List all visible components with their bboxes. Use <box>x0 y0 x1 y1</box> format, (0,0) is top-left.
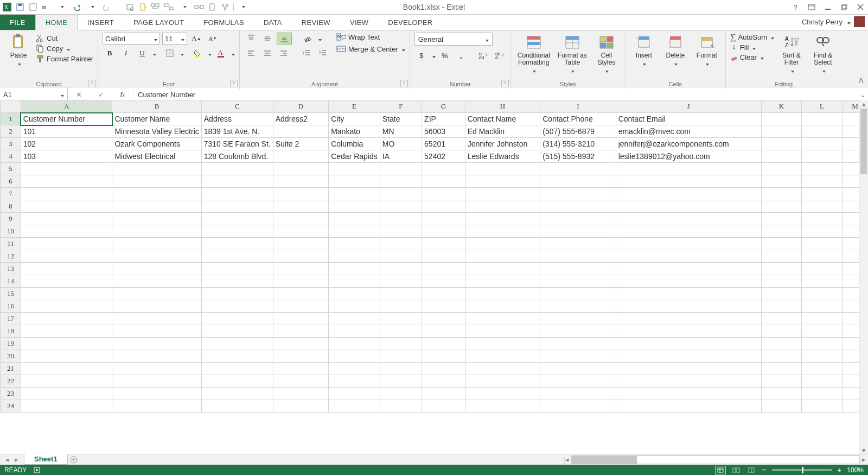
align-center-icon[interactable] <box>260 48 275 59</box>
cell[interactable]: MN <box>380 125 422 138</box>
cell[interactable]: Address2 <box>273 113 328 125</box>
cell[interactable] <box>380 200 422 213</box>
cell[interactable] <box>380 188 422 200</box>
cell[interactable] <box>422 275 465 288</box>
column-header[interactable]: C <box>201 100 273 113</box>
cell[interactable] <box>112 313 201 325</box>
new-sheet-button[interactable] <box>68 455 80 465</box>
cell[interactable] <box>112 238 201 250</box>
cell[interactable] <box>380 263 422 275</box>
cell[interactable] <box>273 375 328 388</box>
column-header[interactable]: K <box>761 100 802 113</box>
cell[interactable] <box>616 213 761 225</box>
fill-button[interactable]: Fill <box>730 43 774 52</box>
cell[interactable] <box>112 325 201 338</box>
cell[interactable] <box>273 300 328 313</box>
row-header[interactable]: 19 <box>1 338 21 350</box>
cell[interactable] <box>761 138 802 150</box>
page-layout-view-icon[interactable] <box>731 466 741 474</box>
cell[interactable] <box>465 313 540 325</box>
cell[interactable] <box>465 388 540 400</box>
row-header[interactable]: 20 <box>1 350 21 363</box>
insert-cells-button[interactable]: Insert <box>630 33 658 68</box>
cell[interactable]: City <box>329 113 380 125</box>
cell[interactable] <box>273 275 328 288</box>
cell[interactable] <box>422 238 465 250</box>
insert-function-icon[interactable]: fx <box>120 91 125 99</box>
cell[interactable] <box>616 288 761 300</box>
cell[interactable] <box>380 388 422 400</box>
horizontal-scrollbar[interactable] <box>571 455 860 464</box>
cell[interactable] <box>422 263 465 275</box>
column-header[interactable]: L <box>802 100 843 113</box>
cell[interactable] <box>761 275 802 288</box>
cell[interactable] <box>616 188 761 200</box>
tab-developer[interactable]: DEVELOPER <box>378 15 442 30</box>
cell[interactable] <box>201 388 273 400</box>
cell[interactable]: Contact Name <box>465 113 540 125</box>
find-select-button[interactable]: Find & Select <box>809 33 837 75</box>
cell[interactable] <box>21 313 112 325</box>
vertical-scrollbar[interactable]: ▴ ▾ <box>859 100 868 454</box>
cell[interactable] <box>802 138 843 150</box>
cell[interactable] <box>21 188 112 200</box>
cell[interactable] <box>422 175 465 188</box>
cell[interactable] <box>540 175 616 188</box>
cell[interactable] <box>422 388 465 400</box>
autosum-button[interactable]: ∑AutoSum <box>730 33 774 42</box>
cell[interactable] <box>802 188 843 200</box>
row-header[interactable]: 12 <box>1 250 21 263</box>
row-header[interactable]: 6 <box>1 175 21 188</box>
cell[interactable]: Columbia <box>329 138 380 150</box>
cell[interactable] <box>273 400 328 413</box>
tab-review[interactable]: REVIEW <box>292 15 340 30</box>
cell[interactable] <box>201 275 273 288</box>
cell[interactable] <box>540 275 616 288</box>
row-header[interactable]: 13 <box>1 263 21 275</box>
normal-view-icon[interactable] <box>715 466 726 474</box>
cell[interactable] <box>329 263 380 275</box>
save-icon[interactable] <box>15 2 25 12</box>
cell[interactable] <box>112 388 201 400</box>
cell[interactable] <box>273 238 328 250</box>
cell[interactable] <box>465 275 540 288</box>
cell[interactable] <box>201 250 273 263</box>
cell[interactable] <box>465 338 540 350</box>
cell[interactable] <box>201 175 273 188</box>
cell[interactable] <box>802 213 843 225</box>
cell[interactable] <box>21 200 112 213</box>
cell[interactable] <box>112 188 201 200</box>
cell[interactable] <box>422 338 465 350</box>
column-header[interactable]: F <box>380 100 422 113</box>
cell[interactable] <box>802 375 843 388</box>
row-header[interactable]: 11 <box>1 238 21 250</box>
cell[interactable] <box>540 300 616 313</box>
cell[interactable] <box>802 113 843 125</box>
cell[interactable] <box>21 300 112 313</box>
format-painter-button[interactable]: Format Painter <box>36 54 93 63</box>
redo-icon[interactable] <box>102 2 112 12</box>
cell[interactable] <box>540 213 616 225</box>
cell[interactable]: 1839 1st Ave. N. <box>201 125 273 138</box>
cell[interactable]: 103 <box>21 150 112 163</box>
cell[interactable] <box>465 225 540 238</box>
row-header[interactable]: 3 <box>1 138 21 150</box>
cell[interactable] <box>380 300 422 313</box>
cell[interactable]: Leslie Edwards <box>465 150 540 163</box>
alignment-dialog-launcher-icon[interactable]: ↘ <box>400 80 408 87</box>
cell[interactable] <box>422 163 465 175</box>
zoom-out-icon[interactable]: − <box>762 465 767 475</box>
cell[interactable] <box>380 225 422 238</box>
cell[interactable] <box>540 313 616 325</box>
accounting-dropdown[interactable] <box>431 52 436 60</box>
cell[interactable] <box>802 225 843 238</box>
cell[interactable] <box>112 175 201 188</box>
formula-cancel-icon[interactable]: ✕ <box>76 91 82 99</box>
cell[interactable] <box>465 213 540 225</box>
column-header[interactable]: H <box>465 100 540 113</box>
customize-qat-dropdown[interactable] <box>233 3 250 11</box>
cell[interactable] <box>329 375 380 388</box>
cell[interactable] <box>329 213 380 225</box>
cell[interactable] <box>616 225 761 238</box>
cell[interactable] <box>329 338 380 350</box>
